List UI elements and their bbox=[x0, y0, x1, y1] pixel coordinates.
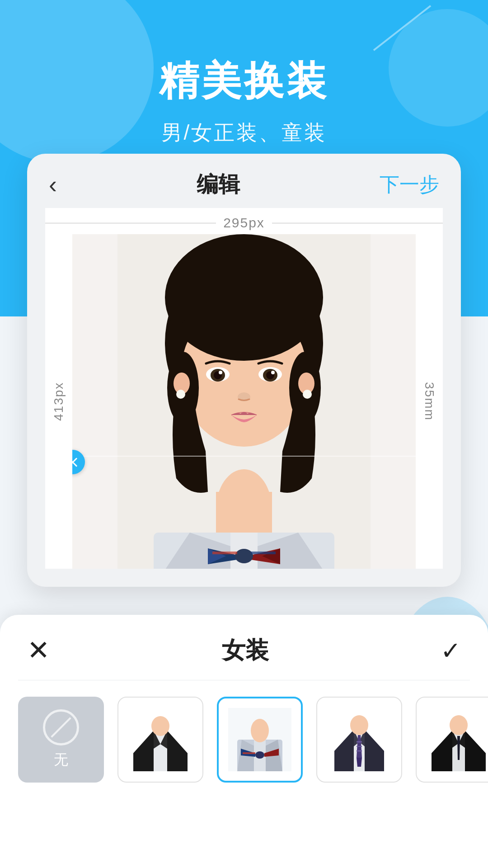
dim-height-label: 413px bbox=[45, 234, 72, 569]
editor-card: ‹ 编辑 下一步 295px 413px bbox=[27, 154, 461, 587]
main-title: 精美换装 bbox=[159, 54, 329, 108]
svg-point-26 bbox=[219, 371, 222, 374]
svg-marker-56 bbox=[357, 758, 362, 767]
bottom-title: 女装 bbox=[222, 635, 269, 666]
outfit-scroll[interactable]: 无 bbox=[0, 680, 488, 792]
dark-suit2-svg bbox=[427, 708, 488, 771]
svg-point-60 bbox=[350, 715, 368, 735]
photo-center bbox=[72, 234, 416, 569]
svg-rect-13 bbox=[251, 552, 276, 554]
outfit-none[interactable]: 无 bbox=[18, 697, 104, 783]
svg-point-21 bbox=[176, 390, 185, 399]
svg-point-30 bbox=[271, 371, 275, 374]
dark-suit-svg bbox=[129, 708, 192, 771]
dim-top: 295px bbox=[45, 208, 443, 234]
editor-title: 编辑 bbox=[197, 170, 240, 199]
outfit-dark-suit2[interactable] bbox=[416, 697, 488, 783]
svg-point-68 bbox=[450, 715, 468, 735]
none-label: 无 bbox=[54, 750, 68, 770]
cancel-button[interactable]: ✕ bbox=[27, 637, 50, 664]
bow-suit-svg bbox=[228, 708, 291, 771]
back-button[interactable]: ‹ bbox=[49, 170, 57, 198]
photo-area: 295px 413px bbox=[45, 208, 443, 569]
guide-line-horizontal bbox=[72, 456, 416, 457]
none-circle-line bbox=[51, 717, 71, 737]
outfit-tie-suit[interactable] bbox=[316, 697, 402, 783]
svg-point-22 bbox=[303, 390, 312, 399]
bottom-toolbar: ✕ 女装 ✓ bbox=[0, 615, 488, 680]
dim-width-label: 295px bbox=[223, 215, 265, 231]
svg-rect-47 bbox=[243, 752, 255, 754]
svg-point-11 bbox=[235, 549, 253, 563]
sub-title: 男/女正装、童装 bbox=[161, 119, 327, 147]
next-button[interactable]: 下一步 bbox=[380, 171, 439, 198]
editor-toolbar: ‹ 编辑 下一步 bbox=[27, 154, 461, 208]
tie-suit-svg bbox=[328, 708, 391, 771]
confirm-button[interactable]: ✓ bbox=[441, 637, 461, 665]
svg-point-38 bbox=[151, 716, 169, 736]
outfit-dark-suit[interactable] bbox=[117, 697, 203, 783]
dim-right-label: 35mm bbox=[416, 234, 443, 569]
dim-line-left bbox=[45, 223, 216, 223]
header-section: 精美换装 男/女正装、童装 bbox=[0, 0, 488, 147]
portrait-svg bbox=[72, 234, 416, 569]
svg-point-48 bbox=[251, 719, 269, 742]
outfit-bow-suit[interactable] bbox=[217, 697, 303, 783]
bottom-panel: ✕ 女装 ✓ 无 bbox=[0, 615, 488, 868]
svg-marker-67 bbox=[457, 736, 460, 760]
svg-rect-12 bbox=[212, 552, 237, 554]
photo-row: 413px bbox=[45, 234, 443, 569]
dim-line-right bbox=[272, 223, 443, 223]
svg-point-46 bbox=[255, 751, 264, 759]
face-container bbox=[72, 234, 416, 569]
none-circle bbox=[43, 709, 79, 745]
